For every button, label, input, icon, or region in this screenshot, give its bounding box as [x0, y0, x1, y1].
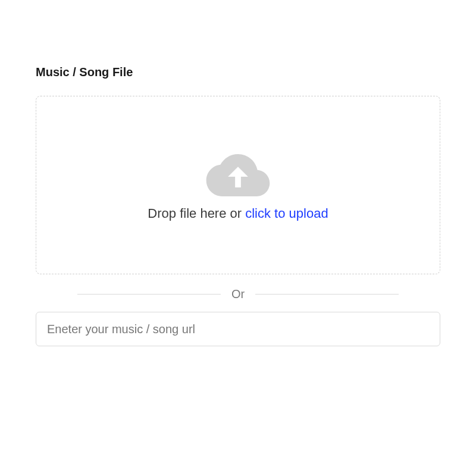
- click-to-upload-link[interactable]: click to upload: [245, 206, 328, 221]
- dropzone-text-prefix: Drop file here or: [148, 206, 245, 221]
- divider-line-left: [77, 294, 221, 295]
- divider-label: Or: [221, 287, 255, 301]
- dropzone-text: Drop file here or click to upload: [148, 206, 328, 221]
- divider-line-right: [255, 294, 399, 295]
- cloud-upload-icon: [205, 149, 271, 196]
- section-title: Music / Song File: [36, 65, 440, 79]
- music-file-section: Music / Song File Drop file here or clic…: [0, 0, 476, 346]
- file-dropzone[interactable]: Drop file here or click to upload: [36, 96, 440, 274]
- or-divider: Or: [36, 287, 440, 301]
- music-url-input[interactable]: [36, 312, 440, 346]
